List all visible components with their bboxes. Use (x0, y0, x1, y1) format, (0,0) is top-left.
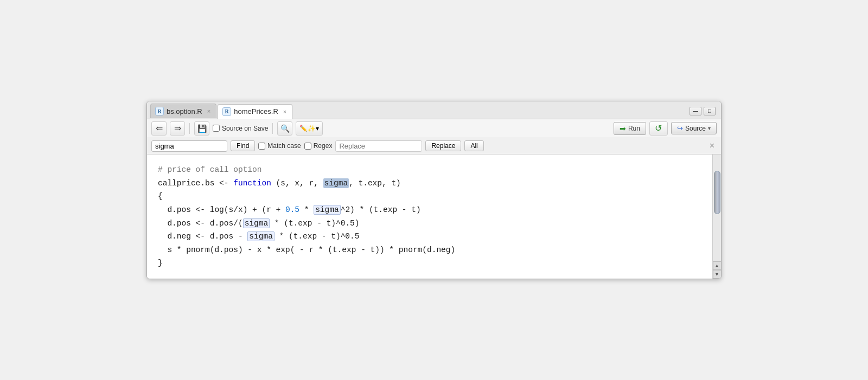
code-line-5: d.pos <- d.pos/(sigma * (t.exp - t)^0.5) (158, 217, 701, 230)
regex-label[interactable]: Regex (304, 142, 333, 150)
source-arrow-icon: ↪ (677, 124, 683, 132)
code-line-6: d.neg <- d.pos - sigma * (t.exp - t)^0.5 (158, 230, 701, 243)
code-container: # price of call option callprice.bs <- f… (147, 154, 721, 279)
match-case-checkbox[interactable] (258, 143, 265, 150)
code-line-4: d.pos <- log(s/x) + (r + 0.5 * sigma^2) … (158, 203, 701, 217)
code-line-1: # price of call option (158, 163, 701, 177)
code-plain-10: * (t.exp - t)^0.5 (275, 232, 360, 241)
tab-home-prices[interactable]: R homePrices.R × (218, 104, 292, 119)
find-button[interactable]: Find (231, 140, 255, 151)
code-brace-open: { (158, 192, 163, 201)
toolbar-sep-2 (272, 123, 273, 134)
find-input[interactable] (151, 140, 227, 152)
tab-home-prices-label: homePrices.R (234, 107, 278, 115)
save-button[interactable]: 💾 (194, 121, 209, 136)
wand-button[interactable]: ✏️✨▾ (296, 121, 323, 136)
code-plain-11: s * pnorm(d.pos) - x * exp( - r * (t.exp… (158, 246, 455, 254)
code-num-05: 0.5 (285, 205, 299, 214)
code-line-7: s * pnorm(d.pos) - x * exp( - r * (t.exp… (158, 243, 701, 257)
window-controls: — □ (687, 105, 718, 118)
code-brace-close: } (158, 259, 163, 267)
find-close-button[interactable]: × (707, 141, 717, 151)
comment-text: # price of call option (158, 165, 261, 174)
wand-icon: ✏️✨▾ (299, 125, 319, 132)
back-button[interactable]: ⇐ (151, 121, 167, 136)
source-dropdown-icon: ▾ (708, 125, 711, 131)
maximize-button[interactable]: □ (704, 107, 716, 115)
tab-bs-option[interactable]: R bs.option.R × (150, 104, 216, 118)
run-arrow-icon: ➡ (620, 124, 626, 133)
toolbar-sep-1 (189, 123, 190, 134)
r-file-icon: R (155, 107, 164, 115)
r-file-icon-2: R (222, 107, 231, 116)
code-line-3: { (158, 190, 701, 203)
code-plain-2: (s, x, r, (271, 179, 323, 188)
run-button[interactable]: ➡ Run (614, 122, 646, 135)
replace-button[interactable]: Replace (425, 140, 461, 151)
scroll-thumb[interactable] (714, 171, 720, 214)
match-case-label[interactable]: Match case (258, 142, 301, 150)
editor-window: R bs.option.R × R homePrices.R × — □ ⇐ ⇒ (146, 101, 722, 279)
search-icon: 🔍 (280, 124, 290, 133)
tab-bs-option-close[interactable]: × (207, 108, 210, 114)
scroll-track[interactable] (713, 154, 721, 261)
find-bar: Find Match case Regex Replace All × (147, 138, 721, 154)
code-plain-6: ^2) * (t.exp - t) (341, 205, 421, 214)
code-plain-5: * (299, 205, 314, 214)
forward-button[interactable]: ⇒ (170, 121, 185, 136)
source-on-save-checkbox[interactable] (213, 125, 220, 132)
code-plain-9: d.neg <- d.pos - (158, 232, 247, 241)
code-plain-8: * (t.exp - t)^0.5) (270, 219, 359, 228)
minimize-button[interactable]: — (690, 107, 701, 115)
regex-checkbox[interactable] (304, 143, 311, 150)
tab-home-prices-close[interactable]: × (283, 108, 286, 115)
search-button[interactable]: 🔍 (277, 121, 292, 136)
re-run-button[interactable]: ↺ (649, 121, 668, 136)
scroll-down-arrow[interactable]: ▼ (713, 270, 722, 279)
code-plain-3: , t.exp, t) (349, 179, 401, 188)
code-editor[interactable]: # price of call option callprice.bs <- f… (147, 154, 712, 279)
save-icon: 💾 (197, 124, 207, 133)
back-icon: ⇐ (156, 123, 163, 133)
toolbar: ⇐ ⇒ 💾 Source on Save 🔍 ✏️✨▾ ➡ Run ↺ ↪ (147, 119, 721, 138)
code-kw-function: function (233, 179, 271, 188)
source-on-save-label[interactable]: Source on Save (213, 125, 268, 132)
forward-icon: ⇒ (174, 123, 181, 133)
code-plain-4: d.pos <- log(s/x) + (r + (158, 205, 285, 214)
tab-bar: R bs.option.R × R homePrices.R × — □ (147, 101, 721, 119)
scroll-up-arrow[interactable]: ▲ (713, 261, 722, 270)
all-button[interactable]: All (464, 140, 483, 151)
scrollbar[interactable]: ▲ ▼ (712, 154, 721, 279)
code-sigma-2: sigma (314, 205, 341, 215)
code-sigma-3: sigma (243, 218, 270, 228)
code-line-8: } (158, 256, 701, 270)
tab-bs-option-label: bs.option.R (167, 107, 202, 115)
re-run-icon: ↺ (655, 123, 662, 133)
source-button[interactable]: ↪ Source ▾ (671, 122, 717, 134)
replace-input[interactable] (335, 140, 422, 152)
code-line-2: callprice.bs <- function (s, x, r, sigma… (158, 177, 701, 190)
code-plain-1: callprice.bs <- (158, 179, 233, 188)
code-sigma-4: sigma (247, 231, 275, 241)
code-plain-7: d.pos <- d.pos/( (158, 219, 243, 228)
code-sigma-1: sigma (323, 178, 349, 188)
